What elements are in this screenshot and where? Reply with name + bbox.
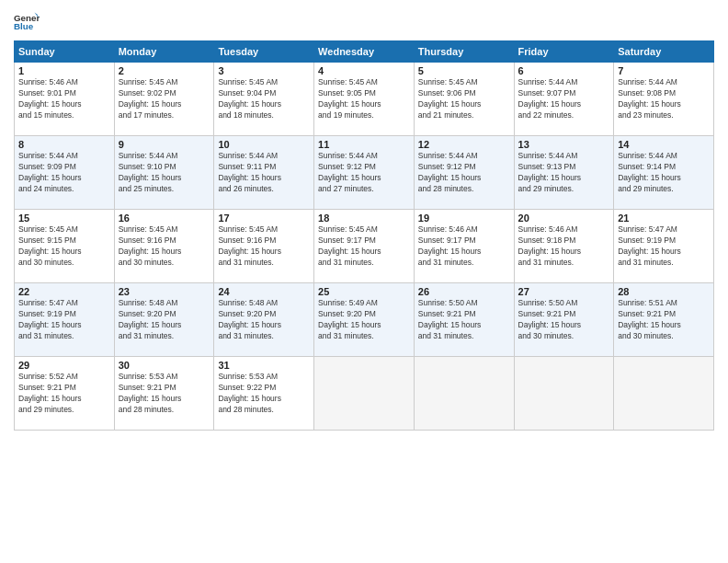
calendar-cell: 26 Sunrise: 5:50 AM Sunset: 9:21 PM Dayl… <box>414 283 514 357</box>
calendar-cell: 14 Sunrise: 5:44 AM Sunset: 9:14 PM Dayl… <box>614 136 714 210</box>
day-info: Sunrise: 5:44 AM Sunset: 9:10 PM Dayligh… <box>119 151 210 195</box>
day-info: Sunrise: 5:47 AM Sunset: 9:19 PM Dayligh… <box>18 298 110 342</box>
day-number: 19 <box>418 213 510 224</box>
day-number: 12 <box>418 139 510 150</box>
day-number: 15 <box>18 213 110 224</box>
calendar-header-row: SundayMondayTuesdayWednesdayThursdayFrid… <box>15 41 714 63</box>
calendar-cell: 6 Sunrise: 5:44 AM Sunset: 9:07 PM Dayli… <box>514 63 614 136</box>
calendar-cell: 31 Sunrise: 5:53 AM Sunset: 9:22 PM Dayl… <box>214 357 314 431</box>
calendar-cell: 16 Sunrise: 5:45 AM Sunset: 9:16 PM Dayl… <box>114 210 214 283</box>
day-number: 6 <box>518 65 610 76</box>
day-number: 22 <box>18 286 110 297</box>
day-info: Sunrise: 5:49 AM Sunset: 9:20 PM Dayligh… <box>318 298 410 342</box>
day-info: Sunrise: 5:46 AM Sunset: 9:17 PM Dayligh… <box>418 224 510 269</box>
calendar-cell: 12 Sunrise: 5:44 AM Sunset: 9:12 PM Dayl… <box>414 136 514 210</box>
day-number: 5 <box>418 65 510 76</box>
day-info: Sunrise: 5:50 AM Sunset: 9:21 PM Dayligh… <box>518 298 610 342</box>
page: General Blue SundayMondayTuesdayWednesda… <box>0 0 728 563</box>
calendar-cell: 11 Sunrise: 5:44 AM Sunset: 9:12 PM Dayl… <box>314 136 415 210</box>
col-header-saturday: Saturday <box>614 41 714 63</box>
calendar-cell: 24 Sunrise: 5:48 AM Sunset: 9:20 PM Dayl… <box>214 283 314 357</box>
day-info: Sunrise: 5:48 AM Sunset: 9:20 PM Dayligh… <box>218 298 310 342</box>
col-header-wednesday: Wednesday <box>314 41 415 63</box>
col-header-thursday: Thursday <box>414 41 514 63</box>
day-number: 30 <box>119 360 210 371</box>
calendar-cell: 27 Sunrise: 5:50 AM Sunset: 9:21 PM Dayl… <box>514 283 614 357</box>
calendar-cell: 4 Sunrise: 5:45 AM Sunset: 9:05 PM Dayli… <box>314 63 415 136</box>
calendar-cell: 19 Sunrise: 5:46 AM Sunset: 9:17 PM Dayl… <box>414 210 514 283</box>
day-number: 14 <box>618 139 710 150</box>
logo-icon: General Blue <box>14 9 40 35</box>
calendar-week-5: 29 Sunrise: 5:52 AM Sunset: 9:21 PM Dayl… <box>15 357 714 431</box>
day-number: 11 <box>318 139 410 150</box>
day-number: 29 <box>18 360 110 371</box>
col-header-tuesday: Tuesday <box>214 41 314 63</box>
day-number: 24 <box>218 286 310 297</box>
day-info: Sunrise: 5:45 AM Sunset: 9:15 PM Dayligh… <box>18 224 110 269</box>
calendar-table: SundayMondayTuesdayWednesdayThursdayFrid… <box>14 40 714 431</box>
day-number: 3 <box>218 65 310 76</box>
calendar-cell <box>314 357 415 431</box>
day-number: 25 <box>318 286 410 297</box>
logo: General Blue <box>14 9 43 35</box>
calendar-cell: 2 Sunrise: 5:45 AM Sunset: 9:02 PM Dayli… <box>114 63 214 136</box>
calendar-week-4: 22 Sunrise: 5:47 AM Sunset: 9:19 PM Dayl… <box>15 283 714 357</box>
day-number: 2 <box>119 65 210 76</box>
day-info: Sunrise: 5:51 AM Sunset: 9:21 PM Dayligh… <box>618 298 710 342</box>
col-header-friday: Friday <box>514 41 614 63</box>
calendar-cell: 3 Sunrise: 5:45 AM Sunset: 9:04 PM Dayli… <box>214 63 314 136</box>
calendar-cell: 15 Sunrise: 5:45 AM Sunset: 9:15 PM Dayl… <box>15 210 115 283</box>
day-number: 17 <box>218 213 310 224</box>
day-number: 20 <box>518 213 610 224</box>
calendar-cell: 5 Sunrise: 5:45 AM Sunset: 9:06 PM Dayli… <box>414 63 514 136</box>
col-header-monday: Monday <box>114 41 214 63</box>
day-info: Sunrise: 5:45 AM Sunset: 9:04 PM Dayligh… <box>218 77 310 121</box>
calendar-cell: 7 Sunrise: 5:44 AM Sunset: 9:08 PM Dayli… <box>614 63 714 136</box>
day-info: Sunrise: 5:52 AM Sunset: 9:21 PM Dayligh… <box>18 372 110 416</box>
header: General Blue <box>14 9 714 35</box>
day-info: Sunrise: 5:45 AM Sunset: 9:17 PM Dayligh… <box>318 224 410 269</box>
day-info: Sunrise: 5:44 AM Sunset: 9:13 PM Dayligh… <box>518 151 610 195</box>
calendar-week-2: 8 Sunrise: 5:44 AM Sunset: 9:09 PM Dayli… <box>15 136 714 210</box>
calendar-cell: 29 Sunrise: 5:52 AM Sunset: 9:21 PM Dayl… <box>15 357 115 431</box>
day-number: 10 <box>218 139 310 150</box>
calendar-cell: 28 Sunrise: 5:51 AM Sunset: 9:21 PM Dayl… <box>614 283 714 357</box>
svg-text:Blue: Blue <box>14 21 34 31</box>
day-number: 9 <box>119 139 210 150</box>
day-info: Sunrise: 5:48 AM Sunset: 9:20 PM Dayligh… <box>119 298 210 342</box>
day-info: Sunrise: 5:45 AM Sunset: 9:02 PM Dayligh… <box>119 77 210 121</box>
day-info: Sunrise: 5:47 AM Sunset: 9:19 PM Dayligh… <box>618 224 710 269</box>
day-info: Sunrise: 5:44 AM Sunset: 9:08 PM Dayligh… <box>618 77 710 121</box>
calendar-week-3: 15 Sunrise: 5:45 AM Sunset: 9:15 PM Dayl… <box>15 210 714 283</box>
calendar-cell: 22 Sunrise: 5:47 AM Sunset: 9:19 PM Dayl… <box>15 283 115 357</box>
day-number: 28 <box>618 286 710 297</box>
day-number: 1 <box>18 65 110 76</box>
day-info: Sunrise: 5:46 AM Sunset: 9:18 PM Dayligh… <box>518 224 610 269</box>
calendar-week-1: 1 Sunrise: 5:46 AM Sunset: 9:01 PM Dayli… <box>15 63 714 136</box>
calendar-cell: 17 Sunrise: 5:45 AM Sunset: 9:16 PM Dayl… <box>214 210 314 283</box>
day-number: 8 <box>18 139 110 150</box>
day-info: Sunrise: 5:44 AM Sunset: 9:07 PM Dayligh… <box>518 77 610 121</box>
calendar-cell: 10 Sunrise: 5:44 AM Sunset: 9:11 PM Dayl… <box>214 136 314 210</box>
calendar-cell <box>614 357 714 431</box>
day-info: Sunrise: 5:44 AM Sunset: 9:12 PM Dayligh… <box>418 151 510 195</box>
day-info: Sunrise: 5:46 AM Sunset: 9:01 PM Dayligh… <box>18 77 110 121</box>
calendar-cell <box>414 357 514 431</box>
day-number: 23 <box>119 286 210 297</box>
day-info: Sunrise: 5:50 AM Sunset: 9:21 PM Dayligh… <box>418 298 510 342</box>
day-info: Sunrise: 5:53 AM Sunset: 9:22 PM Dayligh… <box>218 372 310 416</box>
calendar-cell: 23 Sunrise: 5:48 AM Sunset: 9:20 PM Dayl… <box>114 283 214 357</box>
day-info: Sunrise: 5:45 AM Sunset: 9:16 PM Dayligh… <box>218 224 310 269</box>
day-number: 16 <box>119 213 210 224</box>
day-number: 18 <box>318 213 410 224</box>
calendar-cell: 18 Sunrise: 5:45 AM Sunset: 9:17 PM Dayl… <box>314 210 415 283</box>
col-header-sunday: Sunday <box>15 41 115 63</box>
calendar-cell: 20 Sunrise: 5:46 AM Sunset: 9:18 PM Dayl… <box>514 210 614 283</box>
day-number: 4 <box>318 65 410 76</box>
day-number: 26 <box>418 286 510 297</box>
calendar-cell: 25 Sunrise: 5:49 AM Sunset: 9:20 PM Dayl… <box>314 283 415 357</box>
calendar-cell: 8 Sunrise: 5:44 AM Sunset: 9:09 PM Dayli… <box>15 136 115 210</box>
calendar-cell: 21 Sunrise: 5:47 AM Sunset: 9:19 PM Dayl… <box>614 210 714 283</box>
day-info: Sunrise: 5:44 AM Sunset: 9:11 PM Dayligh… <box>218 151 310 195</box>
calendar-cell: 9 Sunrise: 5:44 AM Sunset: 9:10 PM Dayli… <box>114 136 214 210</box>
